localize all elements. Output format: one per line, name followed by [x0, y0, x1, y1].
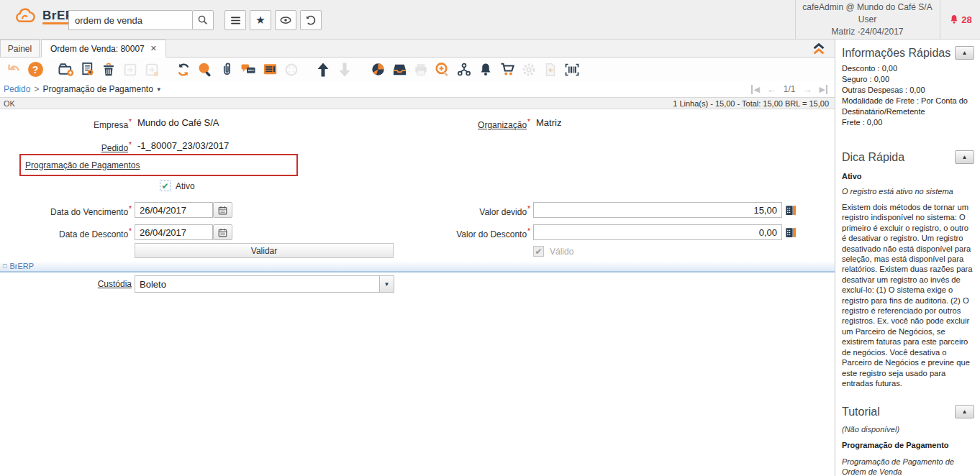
organizacao-value: Matriz	[536, 117, 561, 128]
tutorial-not-available: (Não disponível)	[835, 422, 980, 434]
breadcrumb-parent-link[interactable]: Pedido	[4, 84, 30, 94]
data-desconto-input[interactable]	[135, 224, 213, 240]
record-id-link[interactable]: Programação de Pagamentos	[25, 160, 140, 170]
menu-button[interactable]	[224, 10, 246, 30]
custodia-select[interactable]: Boleto ▼	[135, 275, 394, 293]
copy-record-icon[interactable]	[76, 60, 98, 79]
valor-devido-input[interactable]	[533, 202, 782, 218]
ativo-checkbox[interactable]: ✔	[160, 180, 171, 191]
quick-tip-heading: Ativo	[835, 168, 980, 180]
workflow-icon[interactable]	[453, 60, 475, 79]
data-vencimento-input[interactable]	[135, 202, 213, 218]
quick-info-collapse-button[interactable]: ▲	[955, 46, 974, 60]
quick-tip-panel-header: Dica Rápida ▲	[835, 144, 980, 168]
check-icon: ✔	[535, 247, 542, 257]
quick-info-panel-header: Informações Rápidas ▲	[835, 40, 980, 63]
calendar-icon	[217, 227, 228, 238]
custodia-label[interactable]: Custódia	[2, 279, 132, 289]
refresh-icon[interactable]	[173, 60, 194, 79]
parent-record-icon[interactable]	[312, 60, 334, 79]
page-indicator: 1/1	[784, 84, 796, 94]
archive-icon[interactable]	[389, 60, 410, 79]
global-search-input[interactable]	[68, 10, 192, 30]
valido-label: Válido	[550, 247, 573, 257]
payment-schedule-form: Empresa* Mundo do Café S/A Organização* …	[0, 109, 835, 476]
dropdown-button[interactable]: ▼	[379, 276, 394, 292]
print-icon	[410, 60, 432, 79]
custodia-value: Boleto	[135, 279, 379, 290]
toolbar-notifications-icon[interactable]	[475, 60, 496, 79]
record-totals: 1 Linha(s) - 15,00 - Total: 15,00 BRL = …	[673, 99, 829, 108]
star-icon: ★	[255, 14, 265, 27]
barcode-icon[interactable]	[561, 60, 583, 79]
validar-button[interactable]: Validar	[135, 243, 394, 258]
group-collapse-icon: □	[3, 262, 6, 270]
chevron-down-icon[interactable]: ▼	[156, 86, 162, 93]
collapse-header-button[interactable]	[809, 41, 829, 57]
breadcrumb-current-tab[interactable]: Programação de Pagamento	[42, 84, 153, 94]
chart-icon[interactable]	[367, 60, 389, 79]
chat-icon[interactable]	[237, 60, 259, 79]
empresa-label: Empresa*	[2, 118, 132, 130]
quick-tip-subtitle: O registro está ativo no sistema	[835, 180, 980, 196]
favorites-button[interactable]: ★	[250, 10, 271, 30]
data-vencimento-calendar-button[interactable]	[213, 202, 232, 218]
bell-icon	[948, 14, 960, 25]
tab-painel[interactable]: Painel	[0, 40, 40, 58]
data-desconto-calendar-button[interactable]	[213, 224, 232, 240]
valor-devido-calculator-button[interactable]	[784, 203, 797, 217]
delete-record-icon[interactable]	[98, 60, 119, 79]
data-vencimento-label: Data do Vencimento*	[2, 205, 132, 217]
attachment-icon[interactable]	[216, 60, 237, 79]
valor-devido-label: Valor devido*	[401, 205, 530, 217]
breadcrumb-separator: >	[34, 84, 39, 94]
calculator-icon	[784, 226, 797, 239]
tab-ordem-de-venda[interactable]: Ordem de Venda: 80007 ✕	[41, 40, 166, 58]
pedido-value: -1_80007_23/03/2017	[137, 140, 229, 151]
quick-info-content: Desconto : 0,00 Seguro : 0,00 Outras Des…	[835, 63, 980, 128]
user-menu[interactable]: cafeAdmin @ Mundo do Café S/A User Matri…	[795, 0, 939, 39]
help-icon[interactable]: ?	[24, 60, 46, 79]
app-header: BrERP ★	[0, 0, 980, 40]
zoom-across-icon[interactable]	[432, 60, 453, 79]
calendar-icon	[217, 205, 228, 216]
organizacao-label[interactable]: Organização*	[401, 118, 530, 130]
previous-record-icon: ←	[767, 84, 776, 95]
last-record-icon: ▶	[820, 85, 827, 94]
find-record-icon[interactable]	[194, 60, 216, 79]
collapse-up-icon: ▲	[962, 408, 968, 415]
valor-desconto-input[interactable]	[533, 224, 782, 240]
status-message: OK	[4, 99, 15, 108]
user-line-2: Matriz -24/04/2017	[831, 26, 903, 38]
valor-desconto-calculator-button[interactable]	[784, 225, 797, 239]
tutorial-title: Tutorial	[842, 406, 880, 418]
next-record-icon: →	[803, 84, 812, 95]
close-icon[interactable]: ✕	[150, 44, 157, 53]
tutorial-collapse-button[interactable]: ▲	[955, 405, 974, 418]
record-paging: ◀ ← 1/1 → ▶	[751, 81, 827, 97]
info-line: Desconto : 0,00	[842, 63, 974, 74]
toggle-grid-icon[interactable]	[259, 60, 281, 79]
notifications-button[interactable]: 28	[940, 0, 980, 39]
help-sidebar: Informações Rápidas ▲ Desconto : 0,00 Se…	[835, 40, 980, 476]
shopping-cart-icon[interactable]	[496, 60, 518, 79]
info-line: Frete : 0,00	[842, 117, 974, 128]
save-icon	[119, 60, 141, 79]
quick-tip-collapse-button[interactable]: ▲	[955, 150, 974, 164]
search-button[interactable]	[192, 10, 214, 30]
status-bar: OK 1 Linha(s) - 15,00 - Total: 15,00 BRL…	[0, 97, 835, 109]
brerp-field-group[interactable]: □ BrERP	[0, 261, 835, 273]
data-desconto-label: Data de Desconto*	[2, 227, 132, 239]
save-create-new-icon	[141, 60, 163, 79]
export-icon	[540, 60, 561, 79]
tutorial-heading: Programação de Pagamento	[835, 434, 980, 449]
history-button[interactable]	[300, 10, 322, 30]
brerp-window: BrERP ★	[0, 0, 980, 476]
collapse-up-icon: ▲	[962, 154, 968, 160]
double-chevron-up-icon	[810, 41, 827, 57]
tab-painel-label: Painel	[8, 44, 32, 54]
recent-items-button[interactable]	[275, 10, 296, 30]
pedido-label[interactable]: Pedido*	[2, 141, 132, 153]
new-record-icon[interactable]	[55, 60, 76, 79]
info-line: Seguro : 0,00	[842, 74, 974, 85]
